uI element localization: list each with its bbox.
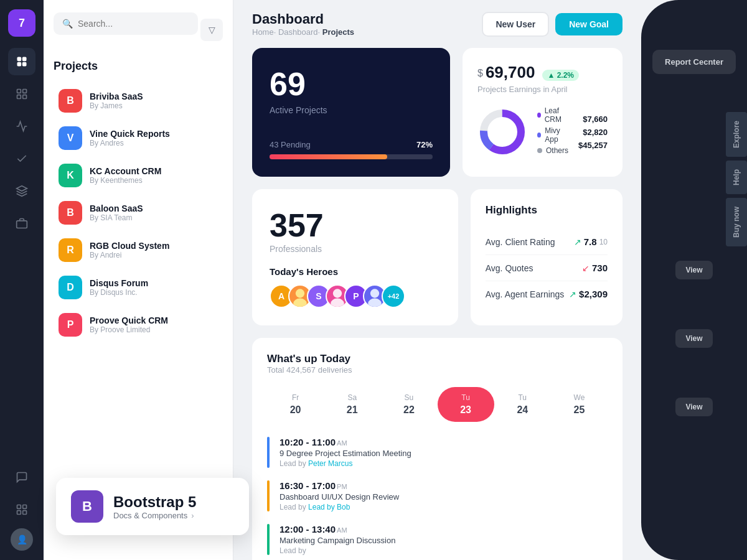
highlights-card: Highlights Avg. Client Rating ↗ 7.8 10 A…: [471, 189, 622, 325]
schedule-title: What's up Today: [267, 353, 608, 365]
svg-point-19: [333, 289, 342, 297]
view-button-2[interactable]: View: [675, 329, 712, 348]
legend-val-others: $45,257: [578, 141, 608, 150]
nav-icon-briefcase[interactable]: [8, 210, 35, 237]
cal-day-num: 22: [383, 404, 435, 416]
project-item[interactable]: V Vine Quick Reports By Andres: [54, 120, 223, 156]
cal-day-name: Fr: [270, 393, 321, 402]
view-button-3[interactable]: View: [675, 398, 712, 416]
nav-icon-apps[interactable]: [8, 80, 35, 108]
active-projects-number: 69: [270, 65, 433, 103]
project-logo: B: [59, 89, 82, 113]
page-title: Dashboard: [252, 11, 354, 27]
project-item[interactable]: D Disqus Forum By Disqus Inc.: [54, 269, 223, 306]
help-tab[interactable]: Help: [726, 161, 747, 194]
calendar-day[interactable]: Tu 24: [494, 387, 551, 422]
cal-day-name: Sa: [326, 393, 378, 402]
project-name: RGB Cloud System: [90, 241, 169, 251]
calendar-day[interactable]: We 25: [551, 387, 608, 422]
event-ampm: PM: [337, 483, 347, 490]
legend-name-others: Others: [546, 146, 568, 155]
cal-day-name: We: [553, 393, 605, 402]
bootstrap-sub: Docs & Components ›: [113, 511, 196, 520]
project-item[interactable]: R RGB Cloud System By Andrei: [54, 232, 223, 268]
breadcrumb: Home· Dashboard· Projects: [252, 27, 354, 37]
hero-more: +42: [382, 284, 405, 308]
svg-rect-2: [17, 62, 22, 67]
project-by: By Andrei: [90, 251, 169, 259]
pending-percent: 72%: [416, 140, 433, 149]
event-ampm: AM: [337, 526, 347, 534]
project-item[interactable]: B Briviba SaaS By James: [54, 83, 223, 119]
buy-now-tab[interactable]: Buy now: [726, 198, 747, 246]
project-item[interactable]: K KC Account CRM By Keenthemes: [54, 157, 223, 194]
progress-bar-bg: [270, 154, 433, 159]
bootstrap-popup[interactable]: B Bootstrap 5 Docs & Components ›: [56, 478, 233, 535]
project-by: By Keenthemes: [90, 176, 161, 185]
svg-rect-6: [17, 95, 21, 99]
svg-rect-4: [17, 90, 21, 93]
projects-title: Projects: [54, 60, 223, 73]
highlight-value: 730: [592, 263, 608, 273]
new-goal-button[interactable]: New Goal: [555, 13, 622, 35]
professionals-card: 357 Professionals Today's Heroes A S P: [252, 189, 458, 325]
nav-icon-message[interactable]: [8, 464, 35, 491]
project-by: By SIA Team: [90, 213, 143, 222]
view-buttons: View View View: [675, 261, 712, 416]
trend-icon: ↗: [569, 289, 576, 299]
highlight-row: Avg. Quotes ↙ 730: [486, 255, 608, 281]
calendar-day[interactable]: Tu 23: [438, 387, 494, 422]
legend-val-leaf: $7,660: [578, 114, 608, 124]
svg-rect-0: [17, 57, 22, 62]
filter-button[interactable]: ▽: [200, 19, 223, 41]
progress-bar-fill: [270, 154, 387, 159]
nav-icon-check[interactable]: [8, 145, 35, 172]
nav-icon-layers[interactable]: [8, 177, 35, 205]
svg-point-18: [293, 299, 306, 308]
legend-item-leaf: Leaf CRM: [537, 106, 568, 124]
project-item[interactable]: P Proove Quick CRM By Proove Limited: [54, 307, 223, 343]
projects-list: B Briviba SaaS By James V Vine Quick Rep…: [54, 83, 223, 343]
report-center-button[interactable]: Report Cecnter: [652, 50, 736, 74]
search-icon: 🔍: [62, 19, 73, 29]
nav-icon-chart[interactable]: [8, 113, 35, 140]
explore-tab[interactable]: Explore: [726, 112, 747, 157]
legend-values: $7,660 $2,820 $45,257: [578, 114, 608, 150]
search-bar[interactable]: 🔍: [54, 12, 198, 35]
legend-val-mivy: $2,820: [578, 128, 608, 137]
cal-day-name: Tu: [440, 393, 492, 402]
event-lead-link[interactable]: Lead by Bob: [308, 503, 350, 511]
event-lead-link[interactable]: Peter Marcus: [308, 459, 352, 468]
project-item[interactable]: B Baloon SaaS By SIA Team: [54, 195, 223, 231]
svg-rect-11: [23, 505, 27, 509]
highlights-title: Highlights: [486, 204, 608, 217]
event-time: 12:00 - 13:40AM: [280, 524, 395, 534]
user-avatar[interactable]: 👤: [11, 528, 33, 551]
highlight-key: Avg. Quotes: [486, 263, 533, 273]
search-input[interactable]: [78, 19, 189, 29]
project-name: Proove Quick CRM: [90, 315, 168, 325]
nav-icon-dashboard[interactable]: [8, 48, 35, 75]
bootstrap-icon: B: [71, 490, 103, 523]
highlight-value: 7.8: [584, 236, 597, 247]
nav-icon-grid2[interactable]: [8, 496, 35, 523]
project-name: Vine Quick Reports: [90, 129, 170, 139]
bootstrap-title: Bootstrap 5: [113, 493, 196, 511]
new-user-button[interactable]: New User: [482, 12, 549, 37]
view-button-1[interactable]: View: [675, 261, 712, 279]
legend-dot-mivy: [537, 133, 541, 138]
schedule-sub: Total 424,567 deliveries: [267, 365, 608, 375]
project-by: By James: [90, 101, 143, 110]
calendar-day[interactable]: Fr 20: [267, 387, 324, 422]
nav-avatar[interactable]: 7: [8, 9, 35, 37]
active-projects-label: Active Projects: [270, 105, 433, 115]
calendar-day[interactable]: Sa 21: [324, 387, 380, 422]
project-name: Disqus Forum: [90, 278, 148, 288]
earnings-card: $ 69,700 ▲ 2.2% Projects Earnings in Apr…: [463, 48, 622, 177]
svg-rect-7: [23, 95, 27, 99]
trend-icon: ↙: [582, 263, 590, 273]
project-name: Baloon SaaS: [90, 203, 143, 213]
donut-row: Leaf CRM Mivy App Others $7,660: [477, 106, 608, 157]
event-item: 12:00 - 13:40AM Marketing Campaign Discu…: [267, 524, 608, 555]
calendar-day[interactable]: Su 22: [380, 387, 437, 422]
